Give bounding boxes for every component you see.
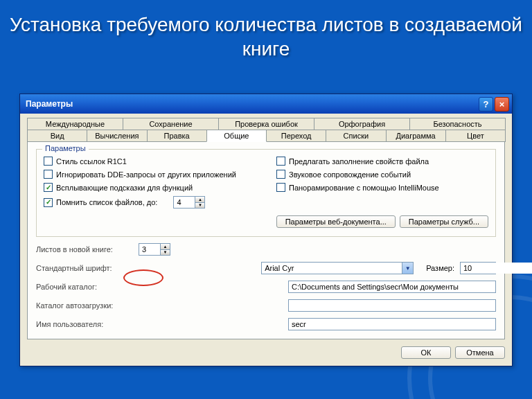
titlebar: Параметры ? ×: [20, 94, 512, 114]
options-dialog: Параметры ? × Международные Сохранение П…: [19, 94, 513, 366]
workdir-input[interactable]: [288, 281, 496, 293]
check-label: Всплывающие подсказки для функций: [56, 184, 193, 192]
font-combo[interactable]: ▼: [261, 262, 414, 274]
autoload-input[interactable]: [288, 299, 496, 312]
username-label: Имя пользователя:: [36, 320, 133, 328]
tab-spelling[interactable]: Орфография: [314, 118, 410, 130]
font-label: Стандартный шрифт:: [36, 264, 133, 272]
spin-up-icon[interactable]: ▲: [160, 244, 170, 250]
check-label: Помнить список файлов, до:: [56, 198, 157, 206]
service-options-button[interactable]: Параметры служб...: [400, 215, 488, 228]
tab-color[interactable]: Цвет: [445, 130, 506, 142]
slide-title: Установка требуемого количества листов в…: [0, 12, 532, 61]
tab-chart[interactable]: Диаграмма: [386, 130, 446, 142]
tab-lists[interactable]: Списки: [326, 130, 386, 142]
help-button[interactable]: ?: [479, 97, 493, 112]
font-input[interactable]: [262, 263, 402, 274]
recent-files-input[interactable]: [174, 197, 195, 208]
checkbox-icon: [276, 170, 285, 179]
checkbox-icon: ✓: [44, 183, 53, 192]
check-r1c1[interactable]: Стиль ссылок R1C1: [44, 157, 256, 166]
username-input[interactable]: [288, 318, 496, 330]
tab-strip: Международные Сохранение Проверка ошибок…: [27, 118, 505, 142]
close-button[interactable]: ×: [495, 97, 509, 112]
fieldset-legend: Параметры: [42, 144, 89, 152]
sheets-label: Листов в новой книге:: [36, 245, 133, 254]
workdir-label: Рабочий каталог:: [36, 283, 133, 291]
tab-edit[interactable]: Правка: [147, 130, 207, 142]
spin-up-icon[interactable]: ▲: [195, 197, 204, 203]
tab-security[interactable]: Безопасность: [409, 118, 506, 130]
ok-button[interactable]: ОК: [401, 346, 451, 359]
check-label: Игнорировать DDE-запросы от других прило…: [56, 170, 236, 179]
sheets-input[interactable]: [139, 244, 160, 255]
size-label: Размер:: [426, 264, 454, 272]
tab-view[interactable]: Вид: [27, 130, 87, 142]
checkbox-icon: [44, 170, 53, 179]
chevron-down-icon[interactable]: ▼: [402, 263, 413, 274]
check-label: Предлагать заполнение свойств файла: [289, 157, 429, 166]
autoload-label: Каталог автозагрузки:: [36, 301, 133, 310]
tab-save[interactable]: Сохранение: [123, 118, 219, 130]
check-tooltips[interactable]: ✓ Всплывающие подсказки для функций: [44, 183, 256, 192]
sheets-spinner[interactable]: ▲ ▼: [139, 243, 170, 256]
check-ignore-dde[interactable]: Игнорировать DDE-запросы от других прило…: [44, 170, 256, 179]
cancel-button[interactable]: Отмена: [455, 346, 505, 359]
tab-calc[interactable]: Вычисления: [87, 130, 147, 142]
check-label: Стиль ссылок R1C1: [56, 157, 127, 166]
tab-panel-general: Параметры Стиль ссылок R1C1 Игнорировать…: [27, 141, 505, 339]
tab-international[interactable]: Международные: [27, 118, 123, 130]
check-intellimouse[interactable]: Панорамирование с помощью IntelliMouse: [276, 183, 488, 192]
recent-files-spinner[interactable]: ▲ ▼: [173, 196, 205, 209]
tab-general[interactable]: Общие: [206, 130, 267, 142]
tab-transition[interactable]: Переход: [266, 130, 326, 142]
spin-down-icon[interactable]: ▼: [160, 250, 170, 256]
tab-errorcheck[interactable]: Проверка ошибок: [218, 118, 314, 130]
size-combo[interactable]: ▼: [460, 262, 496, 274]
checkbox-icon: ✓: [44, 198, 53, 207]
checkbox-icon: [276, 183, 285, 192]
params-fieldset: Параметры Стиль ссылок R1C1 Игнорировать…: [36, 149, 496, 237]
dialog-title: Параметры: [26, 99, 477, 109]
check-file-props[interactable]: Предлагать заполнение свойств файла: [276, 157, 488, 166]
check-label: Панорамирование с помощью IntelliMouse: [289, 184, 439, 192]
check-recent-files[interactable]: ✓ Помнить список файлов, до: ▲ ▼: [44, 196, 256, 209]
size-input[interactable]: [461, 263, 532, 274]
check-sounds[interactable]: Звуковое сопровождение событий: [276, 170, 488, 179]
check-label: Звуковое сопровождение событий: [289, 170, 411, 179]
checkbox-icon: [44, 157, 53, 166]
web-options-button[interactable]: Параметры веб-документа...: [276, 215, 396, 228]
spin-down-icon[interactable]: ▼: [195, 203, 204, 209]
checkbox-icon: [276, 157, 285, 166]
